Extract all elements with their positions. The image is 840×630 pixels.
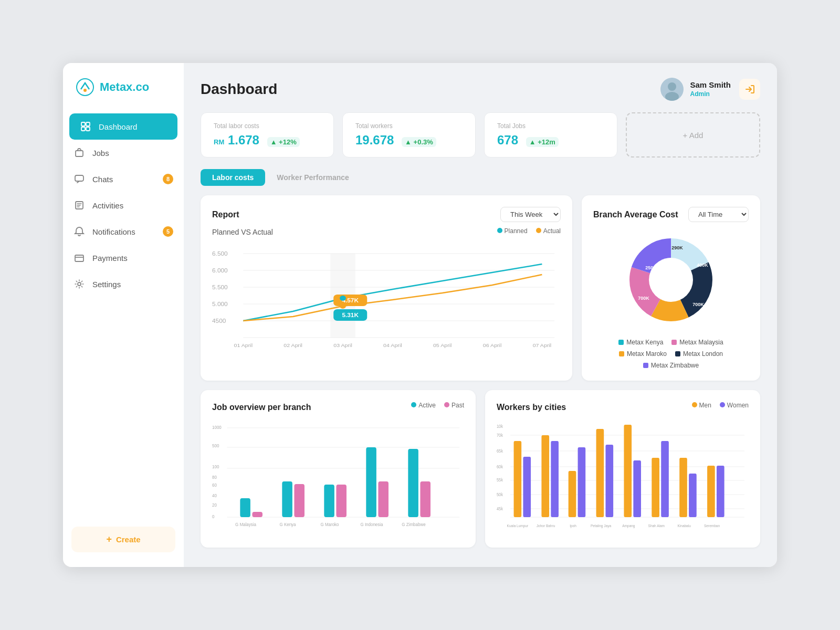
app-container: Metax.co Dashboard [63,63,777,567]
create-button[interactable]: + Create [71,527,175,552]
svg-point-0 [77,79,93,96]
report-title: Report [212,210,239,219]
svg-rect-4 [81,127,85,131]
svg-rect-5 [86,127,90,131]
sidebar-item-notifications[interactable]: Notifications 5 [63,218,184,245]
svg-text:Shah Alam: Shah Alam [648,523,665,528]
svg-text:Ampang: Ampang [622,523,635,528]
svg-text:4500: 4500 [212,318,226,324]
svg-text:1000: 1000 [212,425,222,430]
svg-text:Ipoh: Ipoh [570,523,576,528]
svg-point-10 [78,282,81,286]
charts-row: Report This Week This Month This Year Pl… [201,195,760,381]
svg-rect-7 [75,175,83,181]
chart-subtitle: Planned VS Actual [212,228,273,236]
planned-dot [497,228,502,233]
tab-worker-performance[interactable]: Worker Performance [265,169,360,186]
svg-rect-97 [624,425,632,517]
stat-label: Total Jobs [497,122,604,130]
svg-rect-60 [240,498,250,517]
stats-row: Total labor costs RM 1.678 ▲ +12% Total … [201,112,760,158]
add-card[interactable]: + Add [626,112,760,158]
svg-rect-3 [86,122,90,126]
actual-dot [536,228,541,233]
svg-text:70k: 70k [497,433,503,438]
tab-labor-costs[interactable]: Labor costs [201,169,265,186]
svg-rect-100 [661,441,669,517]
svg-rect-66 [366,447,376,517]
report-chart-card: Report This Week This Month This Year Pl… [201,195,572,381]
avatar [660,78,684,101]
branch-period-select[interactable]: All Time This Month [688,207,749,222]
workers-cities-header: Workers by cities Men Women [497,402,749,413]
svg-text:60: 60 [212,482,217,488]
sidebar-item-label: Payments [92,254,128,262]
svg-text:40: 40 [212,493,217,499]
sidebar-item-jobs[interactable]: Jobs [63,140,184,166]
svg-rect-9 [75,255,83,261]
svg-text:6.000: 6.000 [212,268,228,274]
svg-rect-69 [420,481,430,517]
sidebar-item-chats[interactable]: Chats 8 [63,166,184,192]
svg-text:5.31K: 5.31K [342,312,359,318]
sidebar-item-label: Chats [92,175,113,184]
chats-icon [74,173,85,185]
svg-text:G Indonesia: G Indonesia [360,522,383,528]
svg-text:Seremban: Seremban [704,523,720,528]
job-legend: Active Past [411,402,464,409]
svg-text:5.000: 5.000 [212,301,228,307]
stat-badge: ▲ +0.3% [402,137,436,147]
svg-text:0: 0 [212,514,215,520]
sidebar-item-settings[interactable]: Settings [63,271,184,297]
sidebar-item-dashboard[interactable]: Dashboard [69,113,177,140]
svg-point-12 [668,82,676,91]
svg-text:Kinabalu: Kinabalu [678,523,691,528]
logo-icon [76,78,94,97]
stat-label: Total workers [355,122,463,130]
svg-text:80: 80 [212,475,217,480]
svg-rect-64 [324,485,334,517]
svg-rect-98 [633,460,641,517]
sidebar-item-activities[interactable]: Activities [63,192,184,218]
svg-rect-65 [336,485,346,517]
workers-cities-card: Workers by cities Men Women 10k 70k 65k … [485,390,760,548]
job-overview-header: Job overview per branch Active Past [212,402,464,413]
activities-icon [74,200,85,211]
tab-row: Labor costs Worker Performance [201,169,760,186]
sidebar-item-label: Jobs [92,149,109,158]
logout-button[interactable] [739,79,760,100]
svg-text:Petaling Jaya: Petaling Jaya [591,523,612,528]
stat-value: RM 1.678 ▲ +12% [214,133,321,148]
svg-rect-92 [551,441,559,517]
notifications-icon [74,226,85,237]
line-chart-svg: 6.500 6.000 5.500 5.000 4500 01 April 02… [212,243,561,348]
logo-area: Metax.co [63,63,184,109]
stat-value: 19.678 ▲ +0.3% [355,133,463,148]
plus-icon: + [106,534,112,545]
svg-text:G Malaysia: G Malaysia [235,522,256,528]
legend-row: Planned Actual [497,227,561,235]
svg-rect-94 [578,447,586,517]
chats-badge: 8 [163,174,173,184]
job-overview-title: Job overview per branch [212,403,311,412]
svg-text:400K: 400K [697,262,708,268]
svg-text:05 April: 05 April [433,343,452,348]
svg-text:50k: 50k [497,492,503,497]
sidebar-item-label: Notifications [92,227,135,236]
svg-point-1 [83,89,87,92]
svg-rect-104 [717,466,724,517]
svg-text:700K: 700K [692,302,704,307]
main-content: Dashboard Sam Smith Admin [184,63,777,567]
period-select[interactable]: This Week This Month This Year [500,207,561,222]
svg-rect-95 [596,429,604,517]
job-overview-card: Job overview per branch Active Past 1000… [201,390,476,548]
sidebar-item-payments[interactable]: Payments [63,245,184,271]
svg-rect-62 [282,481,292,517]
svg-rect-2 [81,122,85,126]
svg-text:65k: 65k [497,448,503,454]
svg-rect-102 [689,474,697,517]
svg-text:5.500: 5.500 [212,285,228,290]
svg-text:290K: 290K [671,245,683,250]
svg-text:55k: 55k [497,477,503,482]
chart-header: Report This Week This Month This Year [212,207,561,222]
